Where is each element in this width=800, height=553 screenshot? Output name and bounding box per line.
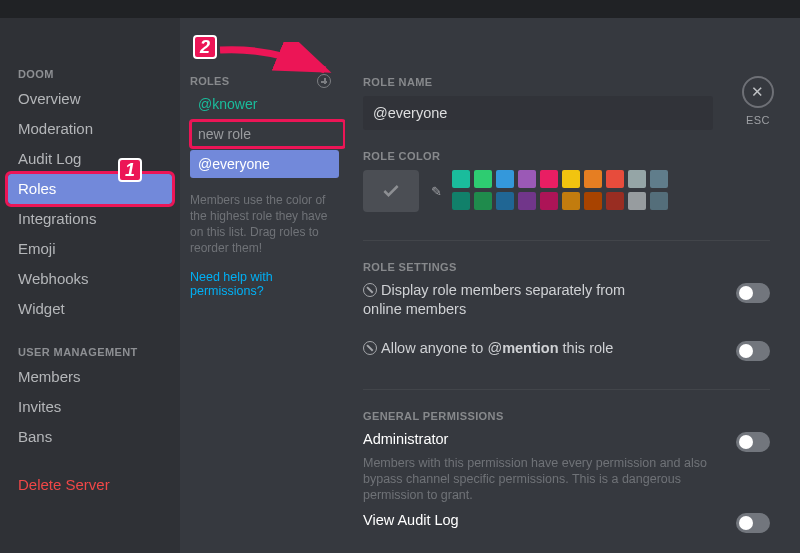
sidebar-item-members[interactable]: Members	[8, 362, 172, 392]
color-swatch[interactable]	[540, 170, 558, 188]
default-color-swatch[interactable]	[363, 170, 419, 212]
prohibit-icon	[363, 341, 377, 355]
color-swatch[interactable]	[606, 192, 624, 210]
color-swatch[interactable]	[584, 170, 602, 188]
role-item-new-role[interactable]: new role	[190, 120, 345, 148]
prohibit-icon	[363, 283, 377, 297]
color-swatch[interactable]	[518, 170, 536, 188]
role-name-input[interactable]	[363, 96, 713, 130]
sidebar-item-delete-server[interactable]: Delete Server	[8, 470, 172, 500]
window-titlebar	[0, 0, 800, 18]
sidebar-item-overview[interactable]: Overview	[8, 84, 172, 114]
role-name-label: ROLE NAME	[363, 76, 770, 88]
color-swatch[interactable]	[628, 192, 646, 210]
sidebar-item-webhooks[interactable]: Webhooks	[8, 264, 172, 294]
color-swatch[interactable]	[518, 192, 536, 210]
toggle-display-separately[interactable]	[736, 283, 770, 303]
color-swatch[interactable]	[496, 192, 514, 210]
role-item-knower[interactable]: @knower	[190, 90, 345, 118]
toggle-allow-mention[interactable]	[736, 341, 770, 361]
settings-sidebar: DOOM Overview Moderation Audit Log Roles…	[0, 18, 180, 553]
add-role-icon[interactable]	[317, 74, 331, 88]
role-edit-panel: ✕ ESC ROLE NAME ROLE COLOR ✎ ROLE SETTIN…	[345, 18, 800, 553]
color-swatch[interactable]	[628, 170, 646, 188]
eyedropper-icon[interactable]: ✎	[431, 184, 442, 199]
sidebar-item-widget[interactable]: Widget	[8, 294, 172, 324]
color-swatch[interactable]	[562, 170, 580, 188]
color-swatch[interactable]	[562, 192, 580, 210]
divider	[363, 240, 770, 241]
sidebar-item-integrations[interactable]: Integrations	[8, 204, 172, 234]
check-icon	[381, 181, 401, 201]
color-swatch[interactable]	[452, 192, 470, 210]
annotation-badge-1: 1	[118, 158, 142, 182]
roles-help-text: Members use the color of the highest rol…	[190, 192, 345, 256]
color-swatch[interactable]	[584, 192, 602, 210]
color-swatch[interactable]	[474, 192, 492, 210]
color-swatch-row-2	[452, 192, 668, 210]
sidebar-item-audit-log[interactable]: Audit Log	[8, 144, 172, 174]
annotation-badge-2: 2	[193, 35, 217, 59]
color-swatch[interactable]	[496, 170, 514, 188]
setting-allow-mention: Allow anyone to @mention this role	[363, 339, 770, 361]
color-swatch-row-1	[452, 170, 668, 188]
role-item-everyone[interactable]: @everyone	[190, 150, 339, 178]
user-management-header: USER MANAGEMENT	[8, 342, 172, 362]
general-permissions-header: GENERAL PERMISSIONS	[363, 410, 770, 422]
close-icon[interactable]: ✕	[742, 76, 774, 108]
perm-view-audit-log: View Audit Log	[363, 511, 770, 533]
role-settings-header: ROLE SETTINGS	[363, 261, 770, 273]
permissions-help-link[interactable]: Need help with permissions?	[190, 270, 345, 298]
roles-header: ROLES	[190, 75, 229, 87]
sidebar-item-invites[interactable]: Invites	[8, 392, 172, 422]
sidebar-item-bans[interactable]: Bans	[8, 422, 172, 452]
setting-display-separately: Display role members separately from onl…	[363, 281, 770, 319]
color-swatch[interactable]	[606, 170, 624, 188]
sidebar-item-roles[interactable]: Roles	[8, 174, 172, 204]
role-color-label: ROLE COLOR	[363, 150, 770, 162]
toggle-administrator[interactable]	[736, 432, 770, 452]
color-swatch[interactable]	[474, 170, 492, 188]
color-swatch[interactable]	[650, 192, 668, 210]
color-swatch[interactable]	[452, 170, 470, 188]
toggle-view-audit-log[interactable]	[736, 513, 770, 533]
sidebar-item-emoji[interactable]: Emoji	[8, 234, 172, 264]
close-settings[interactable]: ✕ ESC	[742, 76, 774, 126]
color-swatch[interactable]	[650, 170, 668, 188]
perm-administrator: Administrator Members with this permissi…	[363, 430, 770, 503]
server-name-header: DOOM	[8, 64, 172, 84]
divider	[363, 389, 770, 390]
sidebar-item-moderation[interactable]: Moderation	[8, 114, 172, 144]
roles-list-column: ROLES @knower new role @everyone Members…	[180, 18, 345, 553]
color-swatch[interactable]	[540, 192, 558, 210]
